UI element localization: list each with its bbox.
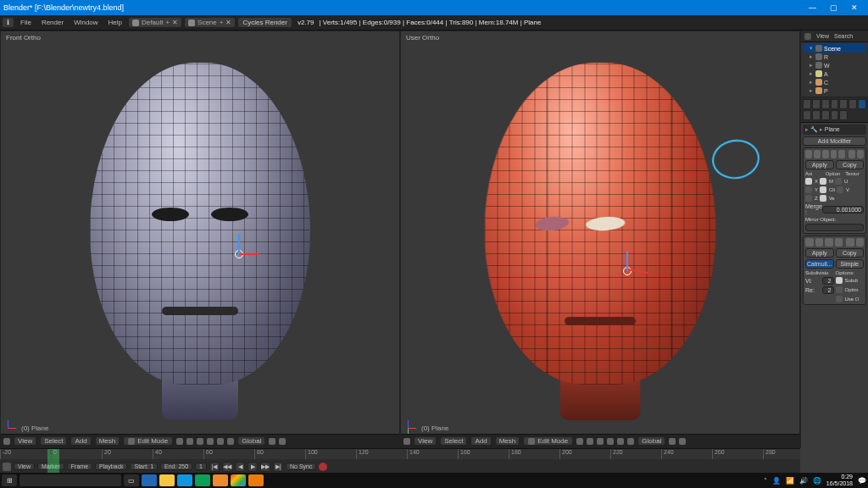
mirror-u-checkbox[interactable]: U xyxy=(835,178,848,185)
editor-type-icon[interactable] xyxy=(3,438,10,445)
mode-selector[interactable]: Edit Mode xyxy=(123,436,173,446)
blender-taskbar-icon[interactable] xyxy=(248,474,264,486)
render-engine-selector[interactable]: Cycles Render xyxy=(237,17,292,28)
modifier-cage-icon[interactable] xyxy=(838,150,845,158)
start-button[interactable]: ⊞ xyxy=(2,474,17,486)
tray-chevron-icon[interactable]: ˄ xyxy=(764,477,767,485)
outliner-row[interactable]: ▸P xyxy=(804,86,865,95)
pivot-icon[interactable] xyxy=(587,438,593,445)
menu-window[interactable]: Window xyxy=(70,19,102,26)
vp-menu-select[interactable]: Select xyxy=(440,436,467,446)
timeline-ruler[interactable]: 1 -2002040608010012014016018020022024026… xyxy=(0,449,800,459)
modifier-move-up-icon[interactable] xyxy=(849,150,855,158)
tab-material-icon[interactable] xyxy=(812,110,821,120)
end-frame-input[interactable]: End: 250 xyxy=(160,463,192,470)
subdiv-simple-button[interactable]: Simple xyxy=(836,259,865,269)
outliner[interactable]: ▾Scene ▸R ▸W ▸A ▸C ▸P xyxy=(801,42,868,97)
timeline-menu-frame[interactable]: Frame xyxy=(67,463,92,470)
vp-menu-add[interactable]: Add xyxy=(470,436,491,446)
vp-menu-add[interactable]: Add xyxy=(70,436,91,446)
editor-type-icon[interactable] xyxy=(804,33,811,40)
add-modifier-button[interactable]: Add Modifier xyxy=(803,136,866,146)
proportional-edit-icon[interactable] xyxy=(279,438,286,445)
sync-mode-selector[interactable]: No Sync xyxy=(286,463,316,470)
modifier-editmode-icon[interactable] xyxy=(835,238,843,247)
jump-start-icon[interactable]: |◀ xyxy=(209,462,220,472)
outliner-row[interactable]: ▸A xyxy=(804,69,865,78)
taskbar-search-input[interactable] xyxy=(19,474,121,486)
tab-data-icon[interactable] xyxy=(803,110,811,120)
modifier-delete-icon[interactable] xyxy=(856,238,865,247)
snap-icon[interactable] xyxy=(669,438,676,445)
taskbar-app-icon[interactable] xyxy=(195,474,210,486)
system-tray[interactable]: ˄ 👤 📶 🔊 🌐 0:29 16/5/2018 💬 xyxy=(764,474,866,487)
vertex-select-icon[interactable] xyxy=(197,438,203,445)
modifier-apply-button[interactable]: Apply xyxy=(805,160,834,169)
play-reverse-icon[interactable]: ◀ xyxy=(235,462,245,472)
modifier-render-icon[interactable] xyxy=(825,238,833,247)
face-select-icon[interactable] xyxy=(617,438,624,445)
play-icon[interactable]: ▶ xyxy=(248,462,258,472)
subdiv-uvs-checkbox[interactable]: Subdi xyxy=(836,277,865,285)
vp-menu-mesh[interactable]: Mesh xyxy=(95,436,120,446)
tab-render-icon[interactable] xyxy=(803,99,811,109)
modifier-move-up-icon[interactable] xyxy=(846,238,854,247)
tab-object-icon[interactable] xyxy=(839,99,848,109)
menu-file[interactable]: File xyxy=(16,19,36,26)
modifier-editmode-icon[interactable] xyxy=(831,150,837,158)
file-explorer-icon[interactable] xyxy=(159,474,175,486)
menu-render[interactable]: Render xyxy=(37,19,68,26)
modifier-delete-icon[interactable] xyxy=(857,150,864,158)
mirror-x-checkbox[interactable]: X xyxy=(805,178,818,185)
vp-menu-view[interactable]: View xyxy=(414,436,437,446)
outliner-row[interactable]: ▸R xyxy=(804,53,865,61)
limit-selection-icon[interactable] xyxy=(227,438,234,445)
outliner-row-scene[interactable]: ▾Scene xyxy=(804,44,865,53)
modifier-visibility-icon[interactable] xyxy=(815,238,824,247)
tab-physics-icon[interactable] xyxy=(839,110,848,120)
face-select-icon[interactable] xyxy=(217,438,224,445)
mode-selector[interactable]: Edit Mode xyxy=(523,436,573,446)
task-view-icon[interactable]: ▭ xyxy=(124,474,139,486)
keyframe-next-icon[interactable]: ▶▶ xyxy=(260,462,270,472)
scene-selector[interactable]: Scene+✕ xyxy=(184,17,236,28)
edge-select-icon[interactable] xyxy=(607,438,614,445)
outliner-tab-search[interactable]: Search xyxy=(834,33,853,39)
subdiv-opensubdiv-checkbox[interactable]: Use O xyxy=(836,296,865,302)
merge-value-input[interactable]: 0.001000 xyxy=(822,206,864,214)
viewport-right[interactable]: User Ortho (0) Plane View Select Add Mes… xyxy=(400,30,800,448)
taskbar-app-icon[interactable] xyxy=(213,474,228,486)
subdiv-catmull-button[interactable]: Catmull... xyxy=(805,259,834,269)
pivot-icon[interactable] xyxy=(186,438,193,445)
orientation-selector[interactable]: Global xyxy=(637,436,665,446)
modifier-visibility-icon[interactable] xyxy=(814,150,821,158)
subdiv-optimal-checkbox[interactable]: Optim xyxy=(836,286,865,294)
maximize-button[interactable]: ▢ xyxy=(830,3,837,12)
notifications-icon[interactable]: 💬 xyxy=(858,477,866,485)
taskbar-clock[interactable]: 0:29 16/5/2018 xyxy=(826,474,853,487)
taskbar-app-icon[interactable] xyxy=(142,474,157,486)
close-button[interactable]: ✕ xyxy=(851,3,858,12)
vp-menu-mesh[interactable]: Mesh xyxy=(495,436,520,446)
tab-scene-icon[interactable] xyxy=(821,99,830,109)
timeline-menu-playback[interactable]: Playback xyxy=(95,463,127,470)
orientation-selector[interactable]: Global xyxy=(237,436,265,446)
subdiv-render-input[interactable]: 2 xyxy=(822,286,834,294)
mirror-v-checkbox[interactable]: V xyxy=(837,186,849,193)
mirror-y-checkbox[interactable]: Y xyxy=(805,186,818,193)
mirror-z-checkbox[interactable]: Z xyxy=(805,195,818,202)
tab-constraints-icon[interactable] xyxy=(849,99,857,109)
modifier-copy-button[interactable]: Copy xyxy=(836,160,865,169)
mirror-object-input[interactable] xyxy=(805,224,864,231)
editor-type-icon[interactable] xyxy=(403,438,410,445)
tray-language-icon[interactable]: 🌐 xyxy=(813,477,821,485)
shading-mode-icon[interactable] xyxy=(176,438,183,445)
screen-layout-selector[interactable]: Default+✕ xyxy=(128,17,182,28)
mirror-clip-checkbox[interactable]: Cli xyxy=(820,186,835,193)
outliner-row[interactable]: ▸C xyxy=(804,78,865,86)
jump-end-icon[interactable]: ▶| xyxy=(273,462,283,472)
start-frame-input[interactable]: Start: 1 xyxy=(130,463,158,470)
editor-type-icon[interactable]: ℹ xyxy=(2,17,14,28)
tray-network-icon[interactable]: 📶 xyxy=(786,477,794,485)
modifier-render-icon[interactable] xyxy=(822,150,829,158)
